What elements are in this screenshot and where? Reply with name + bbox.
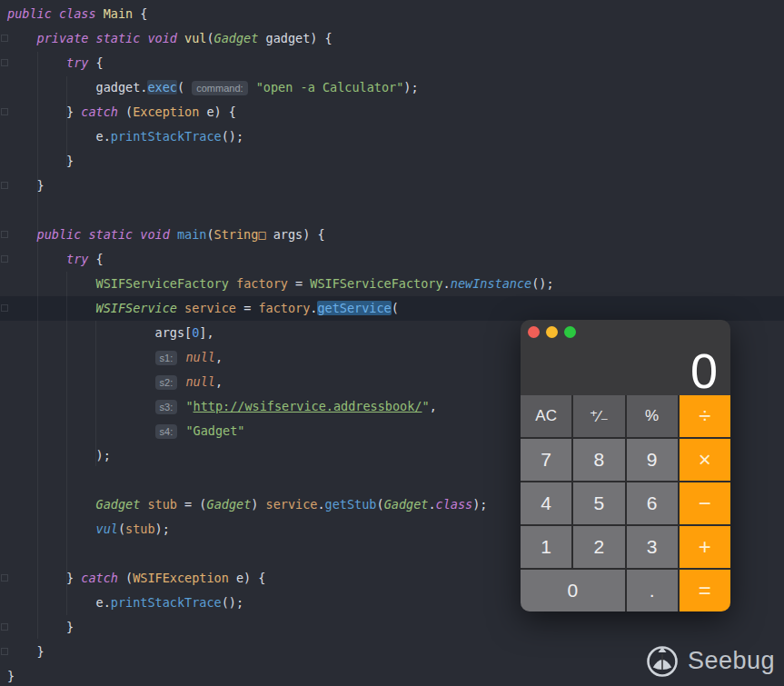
calc-key-0[interactable]: 0 — [521, 570, 625, 611]
code-token: getStub — [325, 497, 377, 512]
code-token: ); — [7, 448, 111, 462]
zoom-button[interactable] — [564, 326, 576, 338]
code-token: newInstance — [451, 276, 531, 291]
code-token: ); — [155, 522, 170, 536]
calc-key-5[interactable]: 5 — [573, 482, 624, 524]
calc-key-.[interactable]: . — [627, 570, 678, 611]
code-token: exec — [147, 80, 177, 94]
code-token: ( — [392, 301, 399, 315]
code-line: } — [7, 174, 784, 198]
code-token: } — [7, 178, 45, 193]
code-token: Gadget — [214, 31, 259, 45]
calc-key-1[interactable]: 1 — [521, 526, 571, 568]
code-token: e — [7, 595, 104, 610]
calc-key-−[interactable]: − — [680, 482, 730, 524]
code-token: null — [185, 350, 215, 364]
calc-key-4[interactable]: 4 — [521, 482, 571, 524]
code-token: ); — [403, 80, 418, 94]
calculator-window: 0 AC⁺⁄₋%÷789×456−123+0.= — [521, 320, 730, 611]
code-token: gadget) { — [258, 31, 332, 45]
watermark-label: Seebug — [688, 647, 775, 675]
code-token: Exception — [133, 104, 199, 119]
hyperlink-string[interactable]: http://wsifservice.addressbook/ — [194, 399, 422, 413]
code-token — [177, 301, 184, 315]
code-token: factory — [258, 301, 310, 315]
ide-screen: public class Main { private static void … — [0, 0, 784, 686]
calc-key-=[interactable]: = — [680, 570, 730, 611]
code-token: gadget — [7, 80, 140, 94]
code-token: } — [7, 620, 74, 634]
code-token: service — [266, 497, 318, 512]
calc-key-7[interactable]: 7 — [521, 439, 571, 481]
code-token — [7, 55, 66, 70]
code-token: ) — [251, 497, 265, 512]
code-token: . — [428, 497, 435, 512]
code-token: String□ — [214, 227, 266, 242]
calc-key-AC[interactable]: AC — [521, 395, 571, 437]
code-token: ); — [472, 497, 487, 512]
code-token: . — [104, 129, 111, 144]
code-token: e — [7, 129, 104, 144]
code-token: } — [7, 571, 81, 585]
calc-key-⁺⁄₋[interactable]: ⁺⁄₋ — [573, 395, 624, 437]
calc-key-6[interactable]: 6 — [627, 482, 678, 524]
close-button[interactable] — [528, 326, 540, 338]
code-token: WSIFServiceFactory — [310, 276, 442, 291]
calc-key-3[interactable]: 3 — [627, 526, 678, 568]
parameter-hint-chip: s2: — [155, 375, 178, 390]
code-token: (); — [222, 595, 243, 610]
code-token: main — [177, 227, 207, 242]
calc-key-÷[interactable]: ÷ — [680, 395, 730, 437]
code-line: private static void vul(Gadget gadget) { — [7, 26, 784, 51]
parameter-hint-chip: command: — [192, 81, 247, 95]
code-token: printStackTrace — [111, 595, 222, 610]
code-line: public static void main(String□ args) { — [7, 223, 784, 247]
code-token: = — [288, 276, 310, 291]
code-token — [7, 497, 96, 512]
code-token — [7, 350, 155, 364]
code-token: WSIFService — [96, 301, 177, 315]
code-token: vul — [184, 31, 206, 45]
code-token: Main — [104, 6, 134, 21]
code-token: null — [185, 374, 215, 389]
code-token: { — [88, 252, 103, 266]
code-token: ( — [118, 522, 125, 536]
calculator-display: 0 — [690, 346, 719, 395]
parameter-hint-chip: s3: — [155, 400, 178, 414]
code-token: ( — [118, 104, 133, 119]
code-token: WSIFException — [133, 571, 229, 585]
code-token: , — [430, 399, 437, 413]
code-token: . — [104, 595, 111, 610]
code-token: , — [215, 350, 223, 364]
code-line: } catch (Exception e) { — [7, 100, 784, 124]
code-token: = ( — [177, 497, 207, 512]
code-line: WSIFService service = factory.getService… — [7, 296, 784, 321]
code-token: printStackTrace — [111, 129, 222, 144]
code-token — [7, 522, 96, 536]
code-token: { — [133, 6, 147, 21]
seebug-logo-icon — [644, 642, 680, 679]
code-token — [7, 252, 66, 266]
code-token: WSIFServiceFactory — [96, 276, 229, 291]
code-line: public class Main { — [7, 2, 784, 26]
code-token: ], — [199, 325, 213, 340]
calc-key-9[interactable]: 9 — [627, 439, 678, 481]
code-token: stub — [125, 522, 155, 536]
calc-key-×[interactable]: × — [680, 439, 730, 481]
code-token: "open -a Calculator" — [256, 80, 404, 94]
calc-key-2[interactable]: 2 — [573, 526, 624, 568]
calc-key-+[interactable]: + — [680, 526, 730, 568]
code-line: } — [7, 615, 784, 640]
code-token: getService — [317, 301, 391, 315]
calc-key-%[interactable]: % — [627, 395, 678, 437]
code-token: private static void — [37, 31, 185, 45]
code-token: ( — [118, 571, 133, 585]
code-token: , — [215, 374, 223, 389]
calc-key-8[interactable]: 8 — [573, 439, 624, 481]
parameter-hint-chip: s1: — [155, 351, 178, 365]
minimize-button[interactable] — [546, 326, 558, 338]
code-line: gadget.exec( command: "open -a Calculato… — [7, 75, 784, 100]
calculator-titlebar[interactable]: 0 — [521, 320, 730, 395]
code-token: Gadget — [96, 497, 141, 512]
watermark: Seebug — [644, 642, 775, 679]
